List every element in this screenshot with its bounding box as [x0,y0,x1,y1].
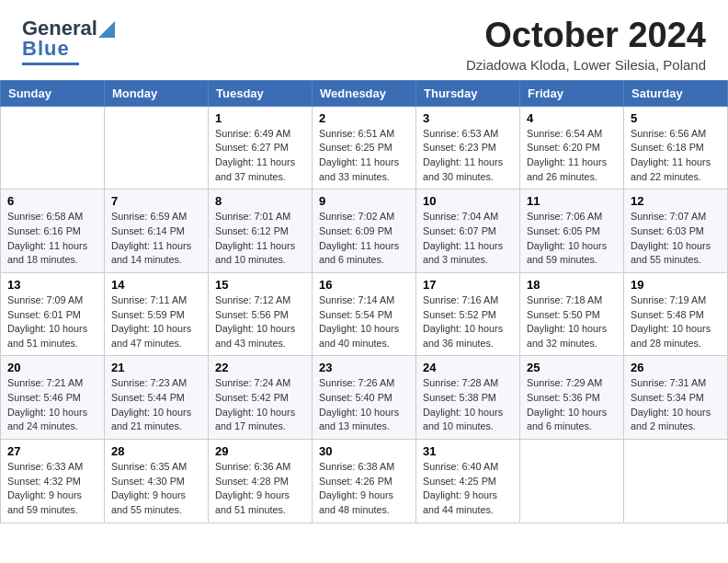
header-row: Sunday Monday Tuesday Wednesday Thursday… [1,80,728,106]
cell-w4d2: 21Sunrise: 7:23 AM Sunset: 5:44 PM Dayli… [105,356,209,440]
day-info: Sunrise: 7:14 AM Sunset: 5:54 PM Dayligh… [319,293,409,351]
logo-underline [22,63,79,65]
day-info: Sunrise: 6:56 AM Sunset: 6:18 PM Dayligh… [631,127,721,185]
cell-w5d4: 30Sunrise: 6:38 AM Sunset: 4:26 PM Dayli… [313,440,416,523]
cell-w4d7: 26Sunrise: 7:31 AM Sunset: 5:34 PM Dayli… [624,356,728,440]
col-monday: Monday [105,80,209,106]
title-block: October 2024 Dziadowa Kloda, Lower Siles… [466,17,706,73]
day-info: Sunrise: 6:58 AM Sunset: 6:16 PM Dayligh… [7,210,97,268]
day-number: 11 [527,194,617,208]
day-info: Sunrise: 7:04 AM Sunset: 6:07 PM Dayligh… [423,210,513,268]
day-number: 13 [7,278,97,292]
cell-w2d1: 6Sunrise: 6:58 AM Sunset: 6:16 PM Daylig… [1,190,105,273]
cell-w3d2: 14Sunrise: 7:11 AM Sunset: 5:59 PM Dayli… [105,272,209,356]
col-wednesday: Wednesday [313,80,416,106]
cell-w2d7: 12Sunrise: 7:07 AM Sunset: 6:03 PM Dayli… [624,190,728,273]
day-info: Sunrise: 7:26 AM Sunset: 5:40 PM Dayligh… [319,376,409,434]
week-row-1: 1Sunrise: 6:49 AM Sunset: 6:27 PM Daylig… [1,106,728,190]
day-info: Sunrise: 7:29 AM Sunset: 5:36 PM Dayligh… [527,376,617,434]
day-info: Sunrise: 7:11 AM Sunset: 5:59 PM Dayligh… [111,293,201,351]
cell-w1d2 [105,106,209,190]
day-number: 16 [319,278,409,292]
day-info: Sunrise: 6:53 AM Sunset: 6:23 PM Dayligh… [423,127,513,185]
location: Dziadowa Kloda, Lower Silesia, Poland [466,57,706,73]
day-info: Sunrise: 7:28 AM Sunset: 5:38 PM Dayligh… [423,376,513,434]
cell-w1d4: 2Sunrise: 6:51 AM Sunset: 6:25 PM Daylig… [313,106,416,190]
day-number: 19 [631,278,721,292]
day-info: Sunrise: 6:36 AM Sunset: 4:28 PM Dayligh… [215,460,305,518]
day-info: Sunrise: 7:07 AM Sunset: 6:03 PM Dayligh… [631,210,721,268]
day-number: 15 [215,278,305,292]
logo-icon [98,17,115,38]
logo: General Blue [22,17,115,65]
cell-w5d2: 28Sunrise: 6:35 AM Sunset: 4:30 PM Dayli… [105,440,209,523]
cell-w4d4: 23Sunrise: 7:26 AM Sunset: 5:40 PM Dayli… [313,356,416,440]
day-info: Sunrise: 7:23 AM Sunset: 5:44 PM Dayligh… [111,376,201,434]
svg-marker-0 [98,21,115,38]
day-number: 14 [111,278,201,292]
day-number: 17 [423,278,513,292]
day-number: 22 [215,361,305,374]
day-info: Sunrise: 7:16 AM Sunset: 5:52 PM Dayligh… [423,293,513,351]
cell-w5d7 [624,440,728,523]
cell-w1d3: 1Sunrise: 6:49 AM Sunset: 6:27 PM Daylig… [209,106,313,190]
day-number: 5 [631,111,721,125]
cell-w5d3: 29Sunrise: 6:36 AM Sunset: 4:28 PM Dayli… [209,440,313,523]
calendar-table: Sunday Monday Tuesday Wednesday Thursday… [0,80,728,523]
day-number: 6 [7,194,97,208]
day-info: Sunrise: 6:35 AM Sunset: 4:30 PM Dayligh… [111,460,201,518]
week-row-2: 6Sunrise: 6:58 AM Sunset: 6:16 PM Daylig… [1,190,728,273]
page-header: General Blue October 2024 Dziadowa Kloda… [0,0,728,80]
week-row-3: 13Sunrise: 7:09 AM Sunset: 6:01 PM Dayli… [1,272,728,356]
cell-w2d3: 8Sunrise: 7:01 AM Sunset: 6:12 PM Daylig… [209,190,313,273]
month-title: October 2024 [466,17,706,55]
cell-w3d6: 18Sunrise: 7:18 AM Sunset: 5:50 PM Dayli… [520,272,624,356]
day-info: Sunrise: 7:02 AM Sunset: 6:09 PM Dayligh… [319,210,409,268]
day-number: 23 [319,361,409,374]
day-info: Sunrise: 6:40 AM Sunset: 4:25 PM Dayligh… [423,460,513,518]
cell-w3d3: 15Sunrise: 7:12 AM Sunset: 5:56 PM Dayli… [209,272,313,356]
day-info: Sunrise: 7:12 AM Sunset: 5:56 PM Dayligh… [215,293,305,351]
day-number: 2 [319,111,409,125]
cell-w3d1: 13Sunrise: 7:09 AM Sunset: 6:01 PM Dayli… [1,272,105,356]
col-thursday: Thursday [416,80,520,106]
cell-w3d5: 17Sunrise: 7:16 AM Sunset: 5:52 PM Dayli… [416,272,520,356]
day-number: 24 [423,361,513,374]
day-number: 27 [7,444,97,458]
day-number: 26 [631,361,721,374]
day-number: 21 [111,361,201,374]
cell-w5d6 [520,440,624,523]
day-number: 30 [319,444,409,458]
day-number: 8 [215,194,305,208]
day-info: Sunrise: 6:59 AM Sunset: 6:14 PM Dayligh… [111,210,201,268]
day-info: Sunrise: 7:24 AM Sunset: 5:42 PM Dayligh… [215,376,305,434]
week-row-4: 20Sunrise: 7:21 AM Sunset: 5:46 PM Dayli… [1,356,728,440]
cell-w1d7: 5Sunrise: 6:56 AM Sunset: 6:18 PM Daylig… [624,106,728,190]
cell-w2d4: 9Sunrise: 7:02 AM Sunset: 6:09 PM Daylig… [313,190,416,273]
day-info: Sunrise: 7:19 AM Sunset: 5:48 PM Dayligh… [631,293,721,351]
day-number: 31 [423,444,513,458]
cell-w4d6: 25Sunrise: 7:29 AM Sunset: 5:36 PM Dayli… [520,356,624,440]
day-number: 20 [7,361,97,374]
cell-w4d1: 20Sunrise: 7:21 AM Sunset: 5:46 PM Dayli… [1,356,105,440]
cell-w4d5: 24Sunrise: 7:28 AM Sunset: 5:38 PM Dayli… [416,356,520,440]
cell-w4d3: 22Sunrise: 7:24 AM Sunset: 5:42 PM Dayli… [209,356,313,440]
day-info: Sunrise: 7:31 AM Sunset: 5:34 PM Dayligh… [631,376,721,434]
day-number: 29 [215,444,305,458]
day-number: 25 [527,361,617,374]
day-info: Sunrise: 7:06 AM Sunset: 6:05 PM Dayligh… [527,210,617,268]
day-number: 9 [319,194,409,208]
cell-w2d5: 10Sunrise: 7:04 AM Sunset: 6:07 PM Dayli… [416,190,520,273]
day-number: 12 [631,194,721,208]
day-info: Sunrise: 7:09 AM Sunset: 6:01 PM Dayligh… [7,293,97,351]
week-row-5: 27Sunrise: 6:33 AM Sunset: 4:32 PM Dayli… [1,440,728,523]
cell-w1d1 [1,106,105,190]
cell-w1d6: 4Sunrise: 6:54 AM Sunset: 6:20 PM Daylig… [520,106,624,190]
day-number: 7 [111,194,201,208]
col-sunday: Sunday [1,80,105,106]
day-info: Sunrise: 6:54 AM Sunset: 6:20 PM Dayligh… [527,127,617,185]
col-saturday: Saturday [624,80,728,106]
day-info: Sunrise: 7:01 AM Sunset: 6:12 PM Dayligh… [215,210,305,268]
day-info: Sunrise: 6:38 AM Sunset: 4:26 PM Dayligh… [319,460,409,518]
day-number: 28 [111,444,201,458]
